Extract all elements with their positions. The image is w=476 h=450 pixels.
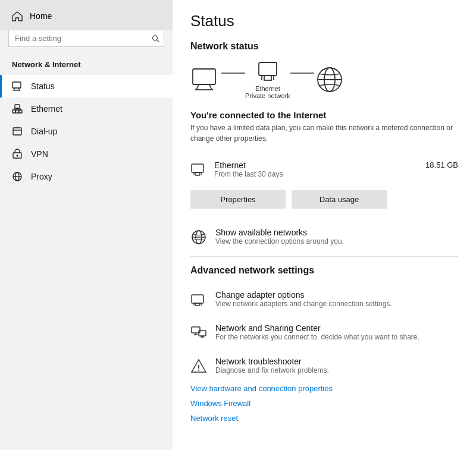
- svg-line-24: [196, 84, 199, 90]
- ethernet-node: Ethernet Private network: [245, 60, 290, 99]
- sharing-text: Network and Sharing Center For the netwo…: [215, 323, 419, 341]
- sharing-sub: For the networks you connect to, decide …: [215, 333, 419, 341]
- sidebar-item-ethernet[interactable]: Ethernet: [0, 97, 173, 120]
- line-1: [221, 73, 245, 74]
- ethernet-info: Ethernet From the last 30 days: [214, 161, 419, 178]
- vpn-icon: [12, 149, 23, 159]
- svg-rect-36: [192, 164, 203, 172]
- ethernet-name: Ethernet: [214, 161, 419, 170]
- sharing-center-item[interactable]: Network and Sharing Center For the netwo…: [190, 317, 458, 347]
- sidebar-nav: Status Ethernet: [0, 75, 173, 188]
- svg-rect-2: [12, 82, 21, 88]
- adapter-text: Change adapter options View network adap…: [215, 290, 392, 308]
- show-networks-text: Show available networks View the connect…: [215, 228, 344, 246]
- ethernet-usage: 18.51 GB: [425, 161, 458, 169]
- show-networks-sub: View the connection options around you.: [215, 237, 344, 246]
- troubleshooter-title: Network troubleshooter: [215, 357, 329, 366]
- connected-title: You're connected to the Internet: [190, 110, 458, 120]
- svg-rect-9: [16, 110, 19, 113]
- main-content: Status Network status: [173, 0, 476, 450]
- sidebar-item-vpn-label: VPN: [31, 149, 48, 159]
- svg-rect-6: [15, 105, 20, 108]
- ethernet-diagram-sub: Private network: [245, 92, 290, 99]
- ethernet-days: From the last 30 days: [214, 170, 419, 178]
- sidebar-item-status[interactable]: Status: [0, 75, 173, 97]
- computer-node: [190, 68, 221, 92]
- svg-rect-10: [19, 110, 22, 113]
- network-diagram: Ethernet Private network: [190, 60, 458, 99]
- home-label: Home: [30, 11, 52, 21]
- adapter-title: Change adapter options: [215, 290, 392, 300]
- svg-rect-15: [13, 128, 21, 135]
- sidebar-home-button[interactable]: Home: [0, 0, 173, 30]
- search-input[interactable]: [8, 30, 164, 47]
- ethernet-nav-icon: [12, 103, 23, 114]
- home-icon: [12, 11, 23, 21]
- ethernet-card: Ethernet From the last 30 days 18.51 GB: [190, 153, 458, 185]
- proxy-icon: [12, 171, 23, 182]
- sharing-title: Network and Sharing Center: [215, 323, 419, 333]
- svg-rect-27: [259, 62, 277, 75]
- troubleshooter-sub: Diagnose and fix network problems.: [215, 366, 329, 375]
- adapter-options-item[interactable]: Change adapter options View network adap…: [190, 284, 458, 314]
- svg-rect-28: [264, 75, 271, 80]
- line-2: [290, 73, 314, 74]
- troubleshooter-text: Network troubleshooter Diagnose and fix …: [215, 357, 329, 375]
- sidebar-item-vpn[interactable]: VPN: [0, 143, 173, 165]
- windows-firewall-link[interactable]: Windows Firewall: [190, 399, 458, 408]
- svg-rect-46: [196, 303, 199, 306]
- connected-sub: If you have a limited data plan, you can…: [190, 122, 458, 144]
- properties-button[interactable]: Properties: [190, 190, 286, 209]
- page-title: Status: [190, 12, 458, 30]
- show-networks-icon: [190, 229, 207, 246]
- adapter-icon: [190, 291, 207, 308]
- dialup-icon: [12, 126, 23, 137]
- internet-node: [314, 64, 345, 95]
- ethernet-diagram-label: Ethernet: [245, 85, 290, 92]
- svg-rect-45: [192, 295, 203, 303]
- adapter-sub: View network adapters and change connect…: [215, 300, 392, 308]
- sidebar: Home Network & Internet Status: [0, 0, 173, 450]
- sidebar-item-dialup-label: Dial-up: [31, 127, 57, 136]
- network-status-title: Network status: [190, 41, 458, 52]
- sharing-icon: [190, 325, 207, 341]
- section-divider: [190, 256, 458, 257]
- svg-rect-8: [12, 110, 15, 113]
- svg-point-19: [17, 155, 18, 157]
- action-buttons: Properties Data usage: [190, 190, 458, 209]
- sidebar-item-ethernet-label: Ethernet: [31, 104, 62, 114]
- ethernet-card-icon: [190, 162, 207, 178]
- sidebar-item-proxy[interactable]: Proxy: [0, 165, 173, 188]
- section-title: Network & Internet: [0, 56, 173, 75]
- view-hardware-link[interactable]: View hardware and connection properties: [190, 384, 458, 393]
- show-networks-item[interactable]: Show available networks View the connect…: [190, 222, 458, 251]
- troubleshooter-item[interactable]: Network troubleshooter Diagnose and fix …: [190, 351, 458, 380]
- svg-rect-37: [196, 172, 199, 175]
- sidebar-item-proxy-label: Proxy: [31, 172, 52, 181]
- sidebar-item-status-label: Status: [31, 81, 55, 91]
- advanced-title: Advanced network settings: [190, 265, 458, 276]
- show-networks-title: Show available networks: [215, 228, 344, 237]
- data-usage-button[interactable]: Data usage: [292, 190, 387, 209]
- svg-rect-23: [193, 69, 215, 84]
- svg-point-59: [198, 370, 199, 371]
- troubleshooter-icon: [190, 358, 207, 375]
- search-container: [8, 30, 164, 47]
- network-reset-link[interactable]: Network reset: [190, 414, 458, 423]
- sidebar-item-dialup[interactable]: Dial-up: [0, 120, 173, 143]
- svg-line-25: [209, 84, 212, 90]
- status-icon: [12, 81, 23, 92]
